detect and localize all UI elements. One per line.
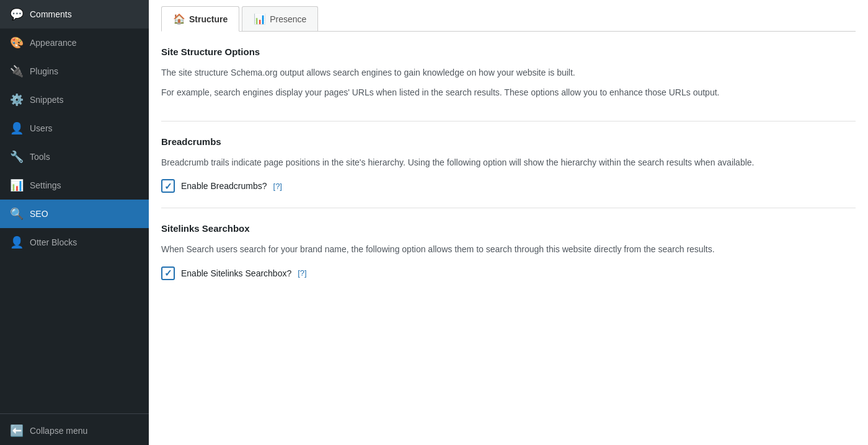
sidebar-item-label: Comments <box>30 9 72 19</box>
sidebar: 💬 Comments 🎨 Appearance 🔌 Plugins ⚙️ Sni… <box>0 0 149 445</box>
sidebar-item-label: Settings <box>30 180 61 190</box>
settings-icon: 📊 <box>10 178 24 192</box>
sidebar-item-otter-blocks[interactable]: 👤 Otter Blocks <box>0 228 149 257</box>
sidebar-item-label: Tools <box>30 152 50 162</box>
tab-structure[interactable]: 🏠 Structure <box>161 6 239 32</box>
sidebar-item-comments[interactable]: 💬 Comments <box>0 0 149 29</box>
sidebar-item-label: Users <box>30 123 53 133</box>
sidebar-item-tools[interactable]: 🔧 Tools <box>0 143 149 171</box>
collapse-menu[interactable]: ⬅️ Collapse menu <box>0 416 149 445</box>
sidebar-item-snippets[interactable]: ⚙️ Snippets <box>0 86 149 114</box>
seo-icon: 🔍 <box>10 207 24 221</box>
sidebar-item-settings[interactable]: 📊 Settings <box>0 171 149 200</box>
section-sitelinks: Sitelinks Searchbox When Search users se… <box>161 208 856 294</box>
enable-sitelinks-checkbox[interactable]: ✓ <box>161 267 175 280</box>
structure-tab-icon: 🏠 <box>173 13 185 25</box>
breadcrumbs-checkmark: ✓ <box>164 182 172 191</box>
section-sitelinks-title: Sitelinks Searchbox <box>161 223 856 234</box>
users-icon: 👤 <box>10 121 24 135</box>
section-site-structure: Site Structure Options The site structur… <box>161 32 856 121</box>
enable-breadcrumbs-label: Enable Breadcrumbs? <box>181 181 267 191</box>
enable-sitelinks-label: Enable Sitelinks Searchbox? <box>181 268 291 278</box>
section-site-structure-title: Site Structure Options <box>161 46 856 57</box>
collapse-icon: ⬅️ <box>10 424 24 438</box>
sidebar-item-plugins[interactable]: 🔌 Plugins <box>0 57 149 86</box>
sidebar-item-label: SEO <box>30 209 48 219</box>
section-breadcrumbs: Breadcrumbs Breadcrumb trails indicate p… <box>161 121 856 208</box>
sitelinks-checkbox-row: ✓ Enable Sitelinks Searchbox? [?] <box>161 267 856 280</box>
sidebar-item-seo[interactable]: 🔍 SEO <box>0 200 149 228</box>
tab-structure-label: Structure <box>189 14 228 24</box>
section-breadcrumbs-title: Breadcrumbs <box>161 136 856 147</box>
main-content: 🏠 Structure 📊 Presence Site Structure Op… <box>149 0 868 445</box>
sidebar-divider <box>0 413 149 414</box>
comments-icon: 💬 <box>10 7 24 21</box>
presence-tab-icon: 📊 <box>254 13 266 25</box>
section-sitelinks-desc1: When Search users search for your brand … <box>161 242 856 256</box>
breadcrumbs-checkbox-row: ✓ Enable Breadcrumbs? [?] <box>161 179 856 193</box>
collapse-label: Collapse menu <box>30 426 87 436</box>
sidebar-item-users[interactable]: 👤 Users <box>0 114 149 143</box>
sidebar-item-label: Otter Blocks <box>30 237 77 247</box>
sitelinks-checkmark: ✓ <box>164 268 172 278</box>
breadcrumbs-help-link[interactable]: [?] <box>273 182 282 191</box>
snippets-icon: ⚙️ <box>10 93 24 107</box>
plugins-icon: 🔌 <box>10 64 24 78</box>
sidebar-item-label: Appearance <box>30 38 77 48</box>
sidebar-item-label: Snippets <box>30 95 63 105</box>
tab-presence-label: Presence <box>270 14 306 24</box>
section-site-structure-desc2: For example, search engines display your… <box>161 86 856 99</box>
sitelinks-help-link[interactable]: [?] <box>298 268 306 278</box>
content-area: 🏠 Structure 📊 Presence Site Structure Op… <box>149 0 868 445</box>
section-site-structure-desc1: The site structure Schema.org output all… <box>161 66 856 79</box>
tab-bar: 🏠 Structure 📊 Presence <box>161 0 856 32</box>
sidebar-item-label: Plugins <box>30 66 58 76</box>
appearance-icon: 🎨 <box>10 36 24 50</box>
tools-icon: 🔧 <box>10 150 24 164</box>
sidebar-item-appearance[interactable]: 🎨 Appearance <box>0 29 149 57</box>
enable-breadcrumbs-checkbox[interactable]: ✓ <box>161 179 175 193</box>
otter-blocks-icon: 👤 <box>10 236 24 249</box>
tab-presence[interactable]: 📊 Presence <box>242 6 318 31</box>
section-breadcrumbs-desc1: Breadcrumb trails indicate page position… <box>161 156 856 169</box>
